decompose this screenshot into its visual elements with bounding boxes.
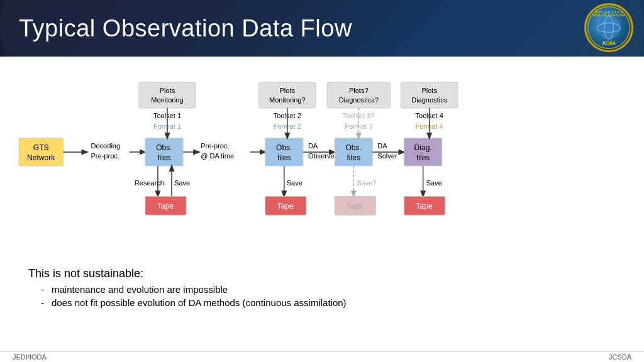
page-title: Typical Observation Data Flow [0,15,352,42]
footer-right: JCSDA [609,353,631,361]
svg-text:Decoding: Decoding [91,142,121,150]
svg-text:Diag.: Diag. [414,143,432,152]
bottom-title: This is not sustainable: [28,267,616,280]
svg-text:GTS: GTS [33,143,49,152]
flow-svg: GTS Network Decoding Pre-proc. Obs. file… [13,67,631,262]
svg-text:files: files [157,153,170,162]
svg-text:DA: DA [308,142,318,150]
svg-text:files: files [277,153,291,162]
svg-text:Save: Save [426,179,442,187]
logo-circle: JCSDA JOINT CENTER FOR SATELLITE DATA AS… [584,3,633,52]
svg-text:Obs.: Obs. [276,143,292,152]
bullet-text-2: does not fit possible evolution of DA me… [52,296,347,309]
svg-text:@ DA time: @ DA time [201,152,234,160]
bullet-dash-1: - [41,283,44,296]
logo: JCSDA JOINT CENTER FOR SATELLITE DATA AS… [584,3,635,53]
footer-left: JEDI/IODA [13,353,47,361]
svg-text:Obs.: Obs. [156,143,172,152]
svg-text:JOINT CENTER FOR: JOINT CENTER FOR [595,11,623,14]
svg-text:Tape: Tape [416,202,433,211]
flow-diagram: GTS Network Decoding Pre-proc. Obs. file… [13,67,631,262]
svg-text:Tape: Tape [347,202,363,211]
svg-text:Pre-proc.: Pre-proc. [91,152,119,160]
svg-text:JCSDA: JCSDA [602,41,616,45]
bullet-dash-2: - [41,296,44,309]
svg-text:files: files [347,153,360,162]
svg-text:Tape: Tape [277,202,294,211]
svg-text:Tape: Tape [157,202,174,211]
bullet-item-1: - maintenance and evolution are impossib… [41,283,616,296]
svg-text:SATELLITE DATA ASSIM.: SATELLITE DATA ASSIM. [592,14,625,17]
svg-text:Plots: Plots [160,87,175,94]
footer: JEDI/IODA JCSDA [0,351,644,362]
svg-text:Observer: Observer [308,152,337,160]
svg-text:Monitoring?: Monitoring? [269,96,306,104]
svg-text:Diagnostics: Diagnostics [411,96,448,104]
svg-text:files: files [416,153,430,162]
svg-text:Save?: Save? [357,179,376,187]
svg-text:Plots: Plots [280,87,296,94]
logo-svg: JCSDA JOINT CENTER FOR SATELLITE DATA AS… [586,3,631,52]
svg-text:Pre-proc.: Pre-proc. [201,142,229,150]
svg-point-1 [597,16,621,40]
svg-text:Solver: Solver [377,152,397,160]
svg-text:Research: Research [135,179,164,187]
main-content: GTS Network Decoding Pre-proc. Obs. file… [0,57,644,314]
bullet-item-2: - does not fit possible evolution of DA … [41,296,616,309]
header: Typical Observation Data Flow JCSDA JOIN… [0,0,644,57]
bullet-text-1: maintenance and evolution are impossible [52,283,228,296]
svg-text:Save: Save [174,179,190,187]
svg-text:Plots: Plots [421,87,437,94]
svg-text:Monitoring: Monitoring [151,96,184,104]
svg-text:Obs.: Obs. [345,143,361,152]
svg-text:Plots?: Plots? [349,87,369,94]
svg-text:Diagnostics?: Diagnostics? [339,96,379,104]
bottom-text: This is not sustainable: - maintenance a… [13,262,631,309]
svg-text:DA: DA [377,142,387,150]
svg-text:Save: Save [287,179,303,187]
svg-text:Network: Network [27,153,55,162]
